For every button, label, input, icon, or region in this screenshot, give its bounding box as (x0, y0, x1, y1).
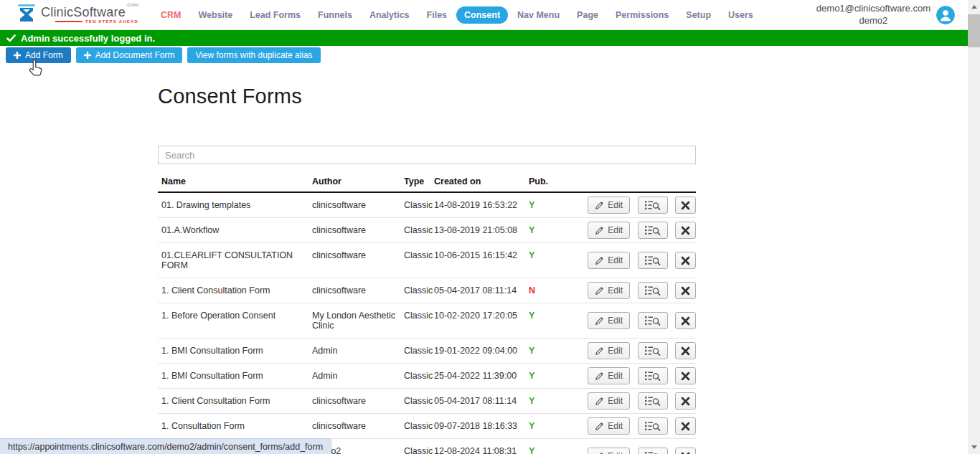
delete-button[interactable] (675, 282, 696, 299)
form-actions-cell: Edit (572, 364, 696, 389)
form-created-cell: 25-04-2022 11:39:00 (434, 364, 529, 389)
form-name-cell: 01. Drawing templates (158, 192, 312, 218)
scroll-up-arrow[interactable] (968, 1, 980, 13)
form-pub-cell: Y (529, 218, 572, 243)
nav-item[interactable]: Page (569, 6, 606, 24)
edit-button[interactable]: Edit (588, 448, 630, 454)
plus-icon (14, 52, 21, 59)
form-created-cell: 13-08-2019 21:05:08 (434, 218, 529, 243)
scroll-down-arrow[interactable] (968, 441, 980, 453)
view-entries-button[interactable] (638, 392, 668, 410)
form-actions-cell: Edit (572, 243, 696, 278)
toolbar-button[interactable]: Add Form (6, 47, 71, 63)
view-entries-button[interactable] (638, 367, 668, 384)
form-type-cell: Classic (404, 218, 434, 243)
view-entries-button[interactable] (638, 197, 668, 214)
nav-item[interactable]: Website (190, 6, 240, 24)
edit-button-label: Edit (608, 451, 623, 454)
list-search-icon (645, 396, 661, 406)
table-row: 01.A.Workflow clinicsoftware Classic 13-… (158, 218, 696, 243)
delete-button[interactable] (675, 448, 696, 454)
form-pub-cell: Y (529, 339, 572, 364)
edit-button[interactable]: Edit (588, 197, 630, 214)
form-name-cell: 1. Client Consultation Form (158, 389, 312, 414)
delete-button[interactable] (675, 197, 696, 214)
success-alert-bar: Admin successfully logged in. (0, 30, 968, 46)
logo-clinic: Clinic (41, 5, 73, 19)
delete-button[interactable] (675, 417, 696, 435)
delete-button[interactable] (675, 222, 696, 239)
list-search-icon (645, 346, 661, 356)
delete-button[interactable] (675, 252, 696, 269)
main-content: Consent Forms Name Author Type Created o… (158, 85, 696, 454)
nav-item[interactable]: Analytics (362, 6, 418, 24)
nav-item[interactable]: Lead Forms (242, 6, 308, 24)
edit-button[interactable]: Edit (588, 392, 630, 410)
edit-button[interactable]: Edit (588, 312, 630, 329)
view-entries-button[interactable] (638, 417, 668, 435)
logo-software: Software (73, 5, 126, 19)
view-entries-button[interactable] (638, 282, 668, 299)
table-header: Name Author Type Created on Pub. (158, 174, 696, 192)
vertical-scrollbar[interactable] (968, 0, 980, 454)
pencil-icon (595, 452, 604, 454)
nav-item[interactable]: Funnels (310, 6, 360, 24)
edit-button[interactable]: Edit (588, 367, 630, 384)
delete-button[interactable] (675, 342, 696, 359)
user-account: demo2 (859, 15, 888, 27)
toolbar-button[interactable]: View forms with duplicate alias (187, 47, 320, 63)
view-entries-button[interactable] (638, 312, 668, 329)
form-type-cell: Classic (404, 303, 434, 339)
list-search-icon (645, 255, 661, 265)
view-entries-button[interactable] (638, 222, 668, 239)
edit-button[interactable]: Edit (588, 252, 630, 269)
toolbar-button-label: Add Document Form (95, 50, 175, 60)
form-author-cell: Admin (312, 339, 404, 364)
view-entries-button[interactable] (638, 252, 668, 269)
form-type-cell: Classic (404, 278, 434, 303)
view-entries-button[interactable] (638, 342, 668, 359)
edit-button[interactable]: Edit (588, 417, 630, 435)
form-actions-cell: Edit (572, 389, 696, 414)
status-bar-url: https://appointments.clinicsoftware.com/… (8, 442, 323, 452)
toolbar-button[interactable]: Add Document Form (76, 47, 183, 63)
delete-button[interactable] (675, 312, 696, 329)
search-input[interactable] (158, 146, 696, 164)
clinicsoftware-logo[interactable]: ClinicSoftware.com TEN STEPS AHEAD (17, 4, 138, 26)
form-author-cell: clinicsoftware (312, 192, 404, 218)
view-entries-button[interactable] (638, 448, 668, 454)
nav-item[interactable]: Setup (678, 6, 719, 24)
nav-item[interactable]: CRM (153, 6, 189, 24)
pencil-icon (595, 397, 604, 406)
form-name-cell: 1. BMI Consultation Form (158, 364, 312, 389)
form-type-cell: Classic (404, 389, 434, 414)
nav-item[interactable]: Nav Menu (509, 6, 567, 24)
nav-item[interactable]: Users (720, 6, 761, 24)
nav-item[interactable]: Permissions (608, 6, 677, 24)
nav-item[interactable]: Files (419, 6, 456, 24)
pencil-icon (595, 286, 604, 295)
nav-item[interactable]: Consent (456, 6, 508, 24)
edit-button[interactable]: Edit (588, 222, 630, 239)
plus-icon (84, 52, 91, 59)
form-name-cell: 1. Consultation Form (158, 414, 312, 439)
pencil-icon (595, 201, 604, 210)
list-search-icon (645, 451, 661, 454)
table-row: 01. Drawing templates clinicsoftware Cla… (158, 192, 696, 218)
edit-button[interactable]: Edit (588, 342, 630, 359)
hourglass-logo-icon (17, 4, 37, 26)
edit-button[interactable]: Edit (588, 282, 630, 299)
logo-tld: .com (126, 1, 138, 8)
delete-button[interactable] (675, 367, 696, 384)
scrollbar-thumb[interactable] (968, 14, 980, 47)
delete-button[interactable] (675, 392, 696, 410)
form-type-cell: Classic (404, 339, 434, 364)
form-pub-cell: Y (529, 243, 572, 278)
form-pub-cell: Y (529, 389, 572, 414)
form-created-cell: 05-04-2017 08:11:14 (434, 278, 529, 303)
user-avatar-icon[interactable] (936, 6, 955, 24)
consent-forms-tbody: 01. Drawing templates clinicsoftware Cla… (158, 192, 696, 454)
header-actions (572, 174, 696, 192)
logo-tagline: TEN STEPS AHEAD (41, 19, 138, 24)
form-type-cell: Classic (404, 414, 434, 439)
